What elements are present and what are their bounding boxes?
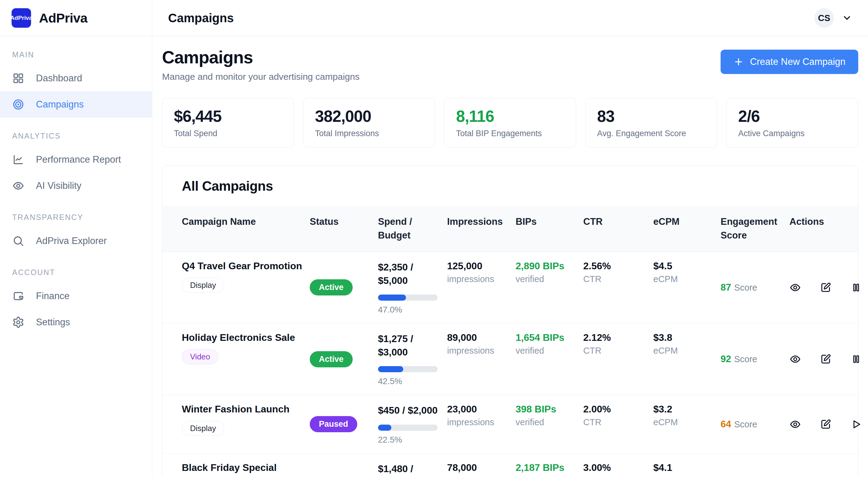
edit-icon: [820, 353, 832, 365]
sidebar-section: ACCOUNT Finance Settings: [0, 254, 152, 335]
sidebar-item-finance[interactable]: Finance: [0, 283, 152, 309]
budget-progress-fill: [378, 295, 406, 301]
wallet-icon: [12, 290, 24, 302]
campaign-name-cell: Winter Fashion Launch Display: [182, 404, 310, 444]
view-button[interactable]: [789, 353, 801, 365]
sidebar-item-label: Finance: [36, 291, 69, 302]
sidebar-item-label: Performance Report: [36, 154, 121, 165]
stat-card-total-spend: $6,445 Total Spend: [162, 98, 294, 148]
view-button[interactable]: [789, 282, 801, 293]
table-row: Black Friday Special Affiliate Completed…: [162, 453, 858, 477]
eye-icon: [789, 353, 801, 365]
ecpm-sub: eCPM: [653, 476, 721, 477]
app-window: AdPriva AdPriva MAIN Dashboard Campaigns…: [0, 0, 868, 477]
sidebar-item-label: Settings: [36, 317, 70, 328]
ctr-cell: 2.00% CTR: [583, 404, 653, 444]
edit-icon: [820, 419, 832, 430]
campaign-name: Winter Fashion Launch: [182, 404, 310, 415]
bips-value: 2,890 BIPs: [516, 261, 583, 272]
stat-label: Total Impressions: [315, 129, 423, 138]
edit-button[interactable]: [820, 282, 832, 293]
column-header-ctr: CTR: [583, 215, 653, 242]
sidebar-section-items: Performance Report AI Visibility: [0, 147, 152, 199]
user-menu[interactable]: CS: [814, 8, 852, 28]
engagement-score-value: 87: [721, 282, 731, 293]
main-area: Campaigns CS Campaigns Manage and monito…: [152, 0, 868, 477]
budget-progress-bar: [378, 295, 438, 301]
pause-button[interactable]: [850, 282, 862, 293]
column-header-actions: Actions: [789, 215, 859, 242]
campaign-name: Holiday Electronics Sale: [182, 332, 310, 343]
ecpm-sub: eCPM: [653, 274, 721, 284]
ecpm-sub: eCPM: [653, 417, 721, 427]
engagement-score-cell: 92Score: [721, 354, 789, 365]
sidebar-section-items: AdPriva Explorer: [0, 228, 152, 254]
sidebar-item-campaigns[interactable]: Campaigns: [0, 91, 152, 118]
view-button[interactable]: [789, 419, 801, 430]
edit-button[interactable]: [820, 353, 832, 365]
sidebar-section-label: ACCOUNT: [0, 254, 152, 283]
table-row: Winter Fashion Launch Display Paused $45…: [162, 395, 858, 453]
ecpm-value: $4.5: [653, 261, 721, 272]
edit-button[interactable]: [820, 419, 832, 430]
bips-cell: 398 BIPs verified: [516, 404, 583, 444]
sidebar-item-dashboard[interactable]: Dashboard: [0, 65, 152, 91]
play-button[interactable]: [850, 419, 862, 430]
status-cell: Paused: [310, 416, 378, 432]
sidebar-item-settings[interactable]: Settings: [0, 309, 152, 335]
spend-budget-cell: $450 / $2,000 22.5%: [378, 404, 447, 444]
actions-cell: [789, 282, 859, 293]
engagement-score-suffix: Score: [734, 354, 757, 364]
impressions-value: 23,000: [447, 404, 516, 415]
stats-row: $6,445 Total Spend 382,000 Total Impress…: [162, 98, 858, 148]
sidebar-item-label: AdPriva Explorer: [36, 235, 107, 246]
pause-button[interactable]: [850, 353, 862, 365]
impressions-sub: impressions: [447, 476, 516, 477]
budget-progress-bar: [378, 366, 438, 372]
ecpm-sub: eCPM: [653, 346, 721, 356]
engagement-score-value: 64: [721, 419, 731, 429]
create-new-campaign-button[interactable]: Create New Campaign: [721, 50, 858, 74]
bips-value: 398 BIPs: [516, 404, 583, 415]
chevron-down-icon[interactable]: [842, 13, 852, 23]
status-badge: Active: [310, 351, 353, 367]
target-icon: [12, 98, 24, 111]
stat-card-total-impressions: 382,000 Total Impressions: [303, 98, 435, 148]
dashboard-icon: [12, 72, 24, 84]
search-icon: [12, 235, 24, 247]
sidebar-section-label: ANALYTICS: [0, 118, 152, 147]
topbar: Campaigns CS: [152, 0, 868, 36]
page-header: Campaigns Manage and monitor your advert…: [162, 47, 858, 82]
spend-budget-cell: $2,350 / $5,000 47.0%: [378, 261, 447, 315]
ctr-cell: 2.12% CTR: [583, 332, 653, 386]
spend-line-1: $1,480 /: [378, 462, 447, 475]
sidebar-item-ai-visibility[interactable]: AI Visibility: [0, 173, 152, 199]
ctr-value: 3.00%: [583, 462, 653, 473]
stat-label: Total Spend: [174, 129, 282, 138]
sidebar-section-items: Dashboard Campaigns: [0, 65, 152, 118]
spend-line-1: $1,275 /: [378, 332, 447, 346]
status-cell: Active: [310, 351, 378, 367]
sidebar-item-label: Campaigns: [36, 99, 84, 110]
spend-budget-cell: $1,275 / $3,000 42.5%: [378, 332, 447, 386]
sidebar-section: ANALYTICS Performance Report AI Visibili…: [0, 118, 152, 199]
bips-sub: verified: [516, 274, 583, 284]
sidebar-item-label: Dashboard: [36, 73, 82, 84]
column-header-engagement-score: Engagement Score: [721, 215, 781, 242]
campaign-type-badge: Display: [182, 421, 224, 436]
spend-line-1: $2,350 /: [378, 261, 447, 274]
avatar[interactable]: CS: [814, 8, 834, 28]
ecpm-cell: $3.2 eCPM: [653, 404, 721, 444]
stat-value: $6,445: [174, 107, 282, 126]
sidebar-item-adpriva-explorer[interactable]: AdPriva Explorer: [0, 228, 152, 254]
bips-cell: 2,890 BIPs verified: [516, 261, 583, 315]
status-cell: Active: [310, 279, 378, 295]
gear-icon: [12, 316, 24, 328]
impressions-cell: 78,000 impressions: [447, 462, 516, 477]
sidebar-item-performance-report[interactable]: Performance Report: [0, 147, 152, 173]
brand-logo-icon: AdPriva: [11, 8, 31, 28]
ctr-value: 2.56%: [583, 261, 653, 272]
campaign-type-badge: Video: [182, 349, 218, 364]
impressions-cell: 89,000 impressions: [447, 332, 516, 386]
ctr-cell: 2.56% CTR: [583, 261, 653, 315]
